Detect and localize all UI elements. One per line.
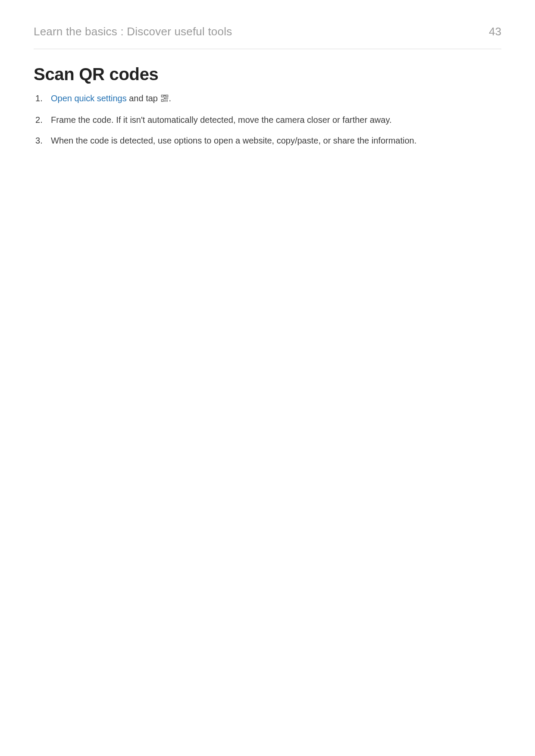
document-page: Learn the basics : Discover useful tools… [0, 0, 535, 756]
page-header: Learn the basics : Discover useful tools… [34, 25, 501, 38]
svg-rect-1 [166, 95, 168, 97]
steps-list: Open quick settings and tap . Frame the … [34, 92, 501, 155]
svg-rect-4 [164, 98, 165, 99]
step-text: Frame the code. If it isn't automaticall… [51, 115, 391, 125]
page-number: 43 [489, 25, 501, 38]
qr-scan-icon [161, 93, 169, 106]
open-quick-settings-link[interactable]: Open quick settings [51, 94, 127, 103]
svg-rect-2 [161, 100, 163, 102]
page-title: Scan QR codes [34, 65, 501, 84]
svg-rect-0 [161, 95, 163, 97]
header-divider [34, 49, 501, 49]
list-item: Frame the code. If it isn't automaticall… [35, 113, 501, 134]
step-text: When the code is detected, use options t… [51, 136, 416, 145]
step-text: and tap [127, 94, 160, 103]
list-item: When the code is detected, use options t… [35, 134, 501, 155]
breadcrumb: Learn the basics : Discover useful tools [34, 25, 232, 38]
list-item: Open quick settings and tap . [35, 92, 501, 113]
svg-rect-3 [164, 95, 165, 96]
step-text-tail: . [169, 94, 172, 103]
